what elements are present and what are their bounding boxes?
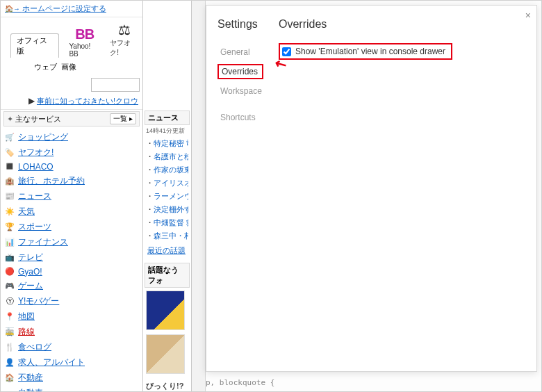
- service-link[interactable]: 天気: [18, 206, 35, 218]
- yahoo-page-left: ホームページに設定する オフィス版 BB Yahoo! BB ⚖ ヤフオク! ウ…: [1, 1, 143, 391]
- service-link[interactable]: ショッピング: [18, 131, 68, 143]
- yahoo-auction-logo[interactable]: ⚖ ヤフオク!: [110, 22, 138, 58]
- service-link[interactable]: ヤフオク!: [18, 147, 54, 158]
- news-recent-link[interactable]: 最近の話題: [143, 243, 191, 259]
- settings-nav-general[interactable]: General: [217, 46, 263, 58]
- list-item[interactable]: 決定棚外す: [146, 203, 188, 216]
- list-item[interactable]: 🛒ショッピング: [3, 129, 140, 145]
- devtools-zone: p, blockquote { × Settings General Overr…: [192, 1, 541, 391]
- list-item[interactable]: 🍴食べログ: [3, 339, 140, 354]
- search-input-row: [1, 75, 142, 95]
- service-link[interactable]: 不動産: [18, 372, 43, 384]
- wadai-thumb-2[interactable]: [146, 334, 185, 374]
- office-tab[interactable]: オフィス版: [10, 33, 59, 58]
- close-icon[interactable]: ×: [525, 10, 531, 21]
- service-icon: 📊: [5, 237, 15, 247]
- list-item[interactable]: 👤求人、アルバイト: [3, 354, 140, 370]
- list-item[interactable]: 特定秘密 司: [146, 137, 188, 150]
- settings-panel: × Settings General Overrides Workspace S…: [206, 5, 537, 372]
- yahoo-bb-label: Yahoo! BB: [69, 42, 100, 58]
- yahoo-bb-logo[interactable]: BB Yahoo! BB: [69, 26, 100, 58]
- news-list: 特定秘密 司名護市と移設作家の坂東さアイリスオーラーメンウォ決定棚外す中畑監督 …: [143, 137, 191, 243]
- list-item[interactable]: 作家の坂東さ: [146, 163, 188, 177]
- search-tab-web[interactable]: ウェブ: [34, 62, 57, 72]
- homepage-link[interactable]: ホームページに設定する: [1, 1, 142, 17]
- list-item[interactable]: 🚗自動車: [3, 385, 140, 391]
- devtools-bg-code: p, blockquote {: [206, 378, 274, 387]
- news-header: ニュース: [145, 111, 190, 125]
- list-item[interactable]: 名護市と移設: [146, 150, 188, 163]
- overrides-title: Overrides: [279, 18, 527, 31]
- list-item[interactable]: 📊ファイナンス: [3, 234, 140, 250]
- search-row: ウェブ 画像: [1, 59, 142, 75]
- list-item[interactable]: ◼️LOHACO: [3, 160, 140, 173]
- list-item[interactable]: 🏆スポーツ: [3, 219, 140, 234]
- service-link[interactable]: 旅行、ホテル予約: [18, 175, 85, 187]
- list-item[interactable]: ☀️天気: [3, 204, 140, 219]
- services-header-label: 主なサービス: [15, 115, 61, 123]
- emulation-checkbox[interactable]: [282, 47, 291, 56]
- service-link[interactable]: 求人、アルバイト: [18, 357, 85, 368]
- service-icon: 🍴: [5, 342, 15, 352]
- wadai-header: 話題なう フォ: [145, 263, 190, 288]
- service-link[interactable]: 路線: [18, 326, 35, 338]
- emulation-option-row: Show 'Emulation' view in console drawer: [279, 43, 452, 60]
- list-item[interactable]: 🏠不動産: [3, 370, 140, 385]
- list-item[interactable]: ラーメンウォ: [146, 190, 188, 203]
- settings-nav-workspace[interactable]: Workspace: [217, 85, 263, 97]
- service-link[interactable]: ゲーム: [18, 280, 43, 292]
- service-icon: 📍: [5, 311, 15, 321]
- list-item[interactable]: 森三中・村上: [146, 229, 188, 243]
- list-item[interactable]: 📰ニュース: [3, 188, 140, 204]
- list-item[interactable]: 中畑監督 救: [146, 216, 188, 229]
- service-link[interactable]: GyaO!: [18, 267, 42, 277]
- service-link[interactable]: テレビ: [18, 252, 43, 263]
- services-list: 🛒ショッピング🏷️ヤフオク!◼️LOHACO🏨旅行、ホテル予約📰ニュース☀️天気…: [1, 128, 142, 391]
- wadai-thumb-1[interactable]: [146, 291, 185, 330]
- service-icon: 🎮: [5, 281, 15, 291]
- settings-nav-overrides[interactable]: Overrides: [217, 64, 263, 79]
- news-timestamp: 14時41分更新: [143, 126, 191, 137]
- list-item[interactable]: 🔴GyaO!: [3, 265, 140, 278]
- service-link[interactable]: ニュース: [18, 190, 51, 202]
- service-icon: 🏠: [5, 373, 15, 382]
- service-icon: ☀️: [5, 206, 15, 216]
- bikkuri-header: びっくり!?: [143, 377, 191, 391]
- service-link[interactable]: 地図: [18, 311, 35, 322]
- service-icon: 🏷️: [5, 147, 15, 157]
- list-item[interactable]: 📍地図: [3, 309, 140, 324]
- header-logos: オフィス版 BB Yahoo! BB ⚖ ヤフオク!: [1, 17, 142, 59]
- list-item[interactable]: アイリスオー: [146, 177, 188, 190]
- service-link[interactable]: 自動車: [18, 387, 43, 392]
- list-item[interactable]: 🏷️ヤフオク!: [3, 145, 140, 160]
- list-item[interactable]: ⓎY!モバゲー: [3, 293, 140, 309]
- service-link[interactable]: Y!モバゲー: [18, 295, 59, 307]
- service-icon: 🚋: [5, 327, 15, 336]
- service-link[interactable]: 食べログ: [18, 341, 51, 353]
- service-link[interactable]: ファイナンス: [18, 236, 68, 248]
- service-icon: 👤: [5, 357, 15, 367]
- list-item[interactable]: 🚋路線: [3, 324, 140, 339]
- service-icon: 🏨: [5, 176, 15, 186]
- list-item[interactable]: 🎮ゲーム: [3, 278, 140, 293]
- search-input[interactable]: [91, 78, 140, 92]
- service-link[interactable]: スポーツ: [18, 221, 51, 233]
- auction-label: ヤフオク!: [110, 38, 138, 58]
- service-icon: Ⓨ: [5, 296, 15, 306]
- list-item[interactable]: 📺テレビ: [3, 250, 140, 265]
- yahoo-page-mid: ニュース 14時41分更新 特定秘密 司名護市と移設作家の坂東さアイリスオーラー…: [143, 1, 192, 391]
- service-icon: 📺: [5, 252, 15, 262]
- service-link[interactable]: LOHACO: [18, 162, 54, 172]
- settings-title: Settings: [217, 18, 263, 31]
- search-tab-image[interactable]: 画像: [61, 62, 76, 72]
- bb-icon: BB: [75, 26, 94, 42]
- service-icon: 🏆: [5, 222, 15, 231]
- service-icon: 📰: [5, 191, 15, 201]
- know-before-link[interactable]: 事前に知っておきたい!クロウ: [37, 97, 138, 105]
- settings-nav-shortcuts[interactable]: Shortcuts: [217, 111, 263, 124]
- services-list-button[interactable]: 一覧 ▸: [110, 113, 136, 124]
- service-icon: ◼️: [5, 162, 15, 172]
- list-item[interactable]: 🏨旅行、ホテル予約: [3, 173, 140, 188]
- settings-main: Overrides Show 'Emulation' view in conso…: [269, 6, 536, 371]
- settings-nav: Settings General Overrides Workspace Sho…: [206, 6, 269, 371]
